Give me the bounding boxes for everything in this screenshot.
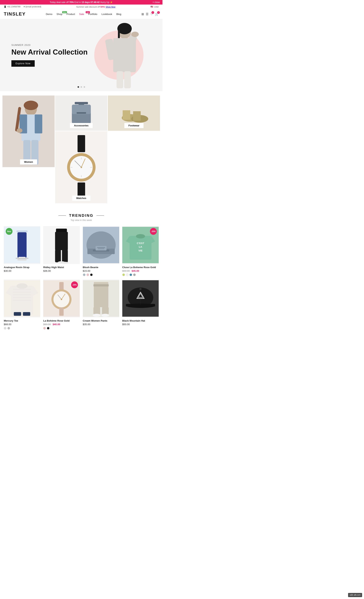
navbar: TINSLEY Demo Shop New Product Sale Hot P… [0,9,162,19]
category-women[interactable]: Women [2,96,55,167]
swatch[interactable] [47,327,49,330]
product-grid-row2: Mercury Tee $68.00 [4,280,159,330]
product-price-8: $50.00 [122,323,159,326]
svg-rect-24 [77,112,86,114]
product-image-7 [83,280,119,317]
grid-view-icon[interactable]: ⊞ [142,12,144,16]
swatch[interactable] [122,273,125,276]
svg-rect-89 [59,308,64,316]
svg-rect-15 [35,115,42,133]
nav-item-shop[interactable]: Shop New [56,12,62,16]
phone-number: 📱 +01 23456789 [4,6,20,8]
product-image-8 [122,280,159,317]
product-card-4[interactable]: C'EST LA VIE -25% Cluse La Boheme Rose G… [122,226,159,276]
nav-icons: ⊞ ☰ ♡1 🛒2 [142,12,159,16]
product-price-6: $60.00 $40.00 [43,323,80,326]
svg-rect-93 [93,307,100,315]
svg-rect-92 [94,285,108,307]
category-accessories[interactable]: Accessories [55,96,107,131]
swatch[interactable] [4,327,7,330]
svg-rect-52 [62,250,68,262]
product-image-1: New [4,226,40,264]
svg-point-54 [62,262,68,264]
product-5-svg [4,280,40,317]
color-swatches-6 [43,327,80,330]
product-card-6[interactable]: -34% La Bohème Rose Gold $60.00 $40.00 [43,280,80,330]
cart-icon[interactable]: 🛒2 [155,12,159,16]
badge-new-1: New [6,228,12,235]
section-header: TRENDING Top view in this week [4,213,159,221]
svg-rect-49 [56,229,67,232]
swatch[interactable] [87,273,89,276]
hero-dot-3[interactable] [84,86,85,88]
contact-info: 📱 +01 23456789 ✉ [email protected] [4,6,41,8]
shop-now-link[interactable]: Shop Now [106,6,115,8]
color-swatches-3 [83,273,119,276]
svg-rect-97 [93,284,109,287]
explore-now-button[interactable]: Explore Now [11,60,35,67]
product-price-7: $35.00 [83,323,119,326]
hero-model-image [94,19,147,91]
swatch[interactable] [83,273,86,276]
swatch[interactable] [133,273,136,276]
product-name-7: Cream Women Pants [83,319,119,322]
list-view-icon[interactable]: ☰ [146,12,148,16]
nav-item-blog[interactable]: Blog [116,12,121,16]
product-image-4: C'EST LA VIE -25% [122,226,159,264]
svg-point-88 [61,299,62,300]
product-price-2: $36.00 [43,269,80,272]
category-footwear[interactable]: Footwear [108,96,160,131]
product-name-2: Ridley High Waist [43,266,80,269]
product-card-7[interactable]: Cream Women Pants $35.00 [83,280,119,330]
svg-point-36 [80,167,82,168]
product-name-4: Cluse La Boheme Rose Gold [122,266,159,269]
deal-close-button[interactable]: × close [153,1,160,4]
product-name-8: Black Mountain Hat [122,319,159,322]
product-card-2[interactable]: Ridley High Waist $36.00 [43,226,80,276]
nav-item-product[interactable]: Product [67,12,75,16]
wishlist-icon[interactable]: ♡1 [150,12,153,16]
svg-rect-94 [102,307,109,315]
nav-item-lookbook[interactable]: Lookbook [101,12,112,16]
svg-rect-81 [23,312,30,316]
product-price-5: $68.00 [4,323,40,326]
deal-bar: Today deal sale off 70% End in 13 days 0… [0,0,162,5]
swatch[interactable] [43,327,46,330]
currency-selector[interactable]: 🇺🇸 USD [151,6,159,8]
product-card-1[interactable]: New Analogue Resin Strap $30.00 [4,226,40,276]
trending-section: TRENDING Top view in this week New Analo… [0,208,162,335]
svg-point-56 [87,231,116,259]
svg-point-6 [131,32,139,37]
swatch[interactable] [126,273,129,276]
category-accessories-label: Accessories [70,123,93,128]
nav-item-sale[interactable]: Sale Hot [79,12,84,16]
color-swatches-5 [4,327,40,330]
hero-dot-1[interactable] [78,86,79,88]
nav-links: Demo Shop New Product Sale Hot Portfolio… [46,12,121,16]
deal-text: Today deal sale off 70% End in 13 days 0… [50,1,113,4]
section-title: TRENDING [4,213,159,218]
product-card-8[interactable]: Black Mountain Hat $50.00 [122,280,159,330]
logo[interactable]: TINSLEY [4,11,26,17]
email-address: ✉ [email protected] [24,6,41,8]
hero-subtitle: SUMMER 2020 [11,44,88,46]
svg-rect-8 [124,71,131,88]
svg-text:VIE: VIE [138,249,142,252]
svg-point-96 [101,314,109,317]
swatch[interactable] [90,273,93,276]
category-watches[interactable]: Watches [55,131,107,203]
product-name-6: La Bohème Rose Gold [43,319,80,322]
svg-rect-2 [118,28,120,39]
svg-rect-47 [16,258,28,259]
category-footwear-label: Footwear [124,123,144,128]
product-card-5[interactable]: Mercury Tee $68.00 [4,280,40,330]
swatch[interactable] [130,273,132,276]
product-card-3[interactable]: Blush Beanie $15.00 [83,226,119,276]
nav-item-portfolio[interactable]: Portfolio [88,12,98,16]
svg-rect-51 [55,250,61,262]
svg-rect-80 [14,312,21,316]
swatch[interactable] [7,327,10,330]
product-price-1: $30.00 [4,269,40,272]
nav-item-demo[interactable]: Demo [46,12,53,16]
hero-dot-2[interactable] [80,86,82,88]
